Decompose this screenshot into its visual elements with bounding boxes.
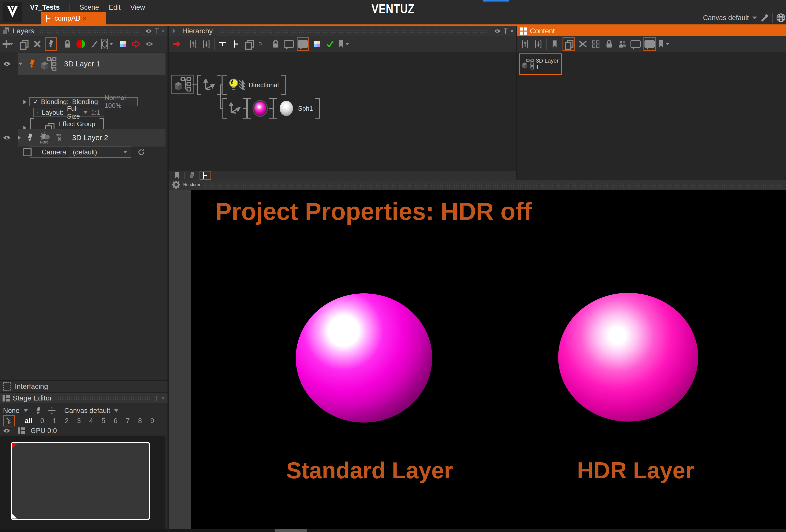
content-body[interactable]: 3D Layer 1: [517, 52, 786, 179]
channel-3[interactable]: 3: [73, 417, 85, 425]
camera-dropdown[interactable]: (default): [69, 147, 131, 158]
layer-row-3d-layer-2[interactable]: 3D Layer 2: [0, 129, 167, 147]
interfacing-panel-header[interactable]: Interfacing: [0, 380, 167, 392]
stage-editor-header[interactable]: Stage Editor ×: [0, 393, 167, 403]
checkbox-checked-icon[interactable]: [33, 99, 38, 104]
pin-icon[interactable]: [155, 28, 159, 33]
chevron-down-icon[interactable]: [753, 17, 757, 19]
tree-view-button[interactable]: [257, 38, 268, 50]
menu-view[interactable]: View: [130, 4, 145, 11]
hierarchy-panel-header[interactable]: Hierarchy ×: [169, 26, 516, 36]
graph-light-node[interactable]: Directional: [223, 75, 285, 95]
scene-tab-compab[interactable]: compAB ×: [41, 12, 106, 24]
preset-dropdown-caret-icon[interactable]: [24, 409, 28, 412]
scene-tab-close-icon[interactable]: ×: [83, 15, 86, 22]
graph-root-node[interactable]: [171, 75, 194, 94]
layout-property-box[interactable]: Layout: Full Size 1:1: [33, 108, 105, 117]
duplicate-layer-button[interactable]: [18, 38, 29, 50]
panel-header-filler[interactable]: [57, 395, 150, 401]
layers-panel-header[interactable]: Layers ×: [0, 26, 167, 36]
export-button[interactable]: [533, 38, 544, 50]
channel-4[interactable]: 4: [85, 417, 97, 425]
bookmarks-tab-button[interactable]: [172, 171, 181, 179]
channel-6[interactable]: 6: [110, 417, 122, 425]
color-tag-button[interactable]: [311, 38, 322, 50]
panel-header-filler[interactable]: [203, 182, 783, 188]
channel-1[interactable]: 1: [48, 417, 61, 425]
graph-axes-node[interactable]: [197, 75, 222, 95]
blending-expand-caret-icon[interactable]: [23, 100, 26, 104]
globe-icon[interactable]: [776, 13, 785, 22]
hierarchy-graph[interactable]: Directional Sph1: [169, 52, 516, 171]
content-panel-header[interactable]: Content: [517, 26, 786, 36]
paint-layer-button[interactable]: [89, 38, 99, 50]
expand-caret-icon[interactable]: [18, 63, 22, 65]
panel-divider[interactable]: [167, 26, 169, 532]
renderer-panel-header[interactable]: Renderer: [169, 179, 786, 190]
comments-filled-button[interactable]: [297, 38, 309, 51]
close-icon[interactable]: ×: [162, 395, 165, 402]
canvas-selector-label[interactable]: Canvas default: [703, 14, 749, 22]
comments-button[interactable]: [630, 38, 641, 50]
channel-2[interactable]: 2: [61, 417, 73, 425]
blending-property-box[interactable]: Blending: Blending Normal 100%: [29, 97, 138, 106]
edit-layer-button[interactable]: [45, 38, 57, 51]
expand-content-button[interactable]: [577, 38, 588, 50]
panel-header-filler[interactable]: [218, 28, 489, 34]
edit-pencil-icon[interactable]: [28, 59, 36, 68]
comments-filled-button[interactable]: [644, 38, 656, 51]
layer-color-button[interactable]: [75, 38, 86, 50]
lock-hierarchy-button[interactable]: [270, 38, 281, 50]
channel-9[interactable]: 9: [146, 417, 158, 425]
move-down-button[interactable]: [201, 38, 212, 50]
clear-channels-button[interactable]: [3, 415, 15, 427]
app-logo[interactable]: [3, 2, 22, 22]
layers-tab-button[interactable]: [188, 171, 196, 179]
content-item-3d-layer-1[interactable]: 3D Layer 1: [519, 53, 562, 75]
bookmark-button[interactable]: [338, 38, 349, 50]
menu-edit[interactable]: Edit: [109, 4, 121, 11]
expand-caret-icon[interactable]: [18, 135, 21, 140]
gear-icon[interactable]: [172, 180, 180, 189]
tree-tab-button[interactable]: [200, 171, 211, 180]
horizontal-scrollbar[interactable]: [169, 529, 786, 532]
layout-dropdown-caret-icon[interactable]: [84, 111, 88, 114]
duplicate-content-button[interactable]: [562, 38, 575, 51]
lock-content-button[interactable]: [604, 38, 615, 50]
stage-preset-value[interactable]: None: [3, 407, 20, 415]
hide-layer-button[interactable]: [144, 38, 155, 50]
eye-icon[interactable]: [3, 429, 10, 433]
checkbox-checked-icon[interactable]: [37, 110, 38, 115]
close-icon[interactable]: ×: [162, 28, 165, 34]
panel-divider[interactable]: [516, 26, 517, 179]
edit-pencil-icon[interactable]: [36, 407, 42, 414]
lock-layer-button[interactable]: [62, 38, 73, 50]
color-channels-button[interactable]: [118, 38, 128, 50]
stage-gpu-row[interactable]: GPU 0:0: [0, 426, 167, 436]
canvas-dropdown-caret-icon[interactable]: [114, 409, 118, 412]
menu-project[interactable]: V7_Tests: [30, 4, 60, 11]
add-layer-button[interactable]: [3, 38, 13, 50]
split-node-button[interactable]: [231, 38, 241, 50]
render-viewport[interactable]: Project Properties: HDR off Standard Lay…: [191, 190, 786, 529]
layer-visibility-eye-icon[interactable]: [3, 61, 11, 66]
camera-reset-icon[interactable]: [138, 149, 145, 156]
pin-icon[interactable]: [155, 396, 159, 401]
edit-pencil-icon[interactable]: [27, 133, 33, 142]
delete-layer-button[interactable]: [31, 38, 42, 50]
stage-preview-canvas[interactable]: [11, 442, 150, 520]
group-nodes-button[interactable]: [244, 38, 255, 50]
layer-name[interactable]: 3D Layer 1: [64, 60, 100, 68]
scrollbar-thumb[interactable]: [275, 529, 307, 532]
channel-7[interactable]: 7: [122, 417, 134, 425]
layer-visibility-eye-icon[interactable]: [3, 135, 11, 140]
close-icon[interactable]: ×: [510, 28, 514, 34]
graph-sphere-node[interactable]: Sph1: [273, 98, 320, 119]
layer-name[interactable]: 3D Layer 2: [72, 134, 108, 142]
eye-icon[interactable]: [145, 29, 152, 33]
bookmark-button[interactable]: [658, 38, 669, 50]
move-up-button[interactable]: [188, 38, 199, 50]
grid-view-button[interactable]: [591, 38, 601, 50]
mask-button[interactable]: [102, 38, 113, 50]
jump-to-node-button[interactable]: [171, 38, 182, 50]
